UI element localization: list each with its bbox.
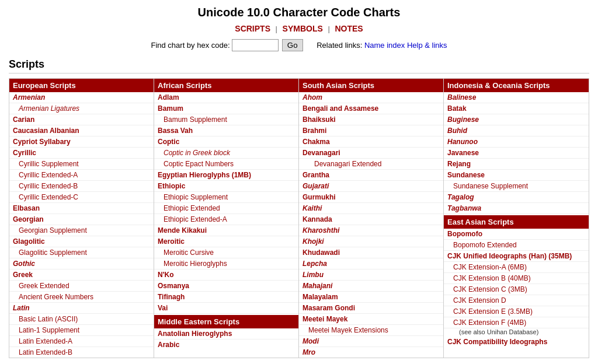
list-item[interactable]: Bassa Vah [154, 125, 298, 136]
list-item[interactable]: CJK Compatibility Ideographs [444, 337, 589, 347]
list-item[interactable]: Tagbanwa [444, 203, 589, 214]
list-item[interactable]: Malayalam [299, 292, 443, 303]
list-item[interactable]: Adlam [154, 92, 298, 103]
list-item[interactable]: CJK Extension E (3.5MB) [444, 306, 589, 317]
list-item[interactable]: Armenian Ligatures [9, 103, 154, 114]
list-item[interactable]: Devanagari Extended [299, 159, 443, 170]
list-item[interactable]: Armenian [9, 92, 154, 103]
list-item[interactable]: Tagalog [444, 192, 589, 203]
list-item[interactable]: Latin Extended-B [9, 347, 154, 358]
list-item[interactable]: Brahmi [299, 125, 443, 136]
list-item[interactable]: Sundanese Supplement [444, 181, 589, 192]
column-2: South Asian ScriptsAhomBengali and Assam… [299, 79, 444, 358]
list-item[interactable]: Georgian Supplement [9, 225, 154, 236]
list-item[interactable]: Buhid [444, 125, 589, 136]
list-item[interactable]: Bopomofo [444, 229, 589, 240]
list-item[interactable]: CJK Extension-A (6MB) [444, 262, 589, 273]
list-item[interactable]: Glagolitic Supplement [9, 247, 154, 258]
list-item[interactable]: Bengali and Assamese [299, 103, 443, 114]
list-item[interactable]: Latin Extended-A [9, 336, 154, 347]
list-item[interactable]: Coptic in Greek block [154, 148, 298, 159]
list-item[interactable]: Cypriot Syllabary [9, 136, 154, 148]
list-item[interactable]: Carian [9, 114, 154, 125]
nav-scripts[interactable]: SCRIPTS [235, 24, 270, 33]
list-item[interactable]: CJK Unified Ideographs (Han) (35MB) [444, 251, 589, 262]
list-item[interactable]: Balinese [444, 92, 589, 103]
list-item[interactable]: Lepcha [299, 258, 443, 270]
list-item[interactable]: Egyptian Hieroglyphs (1MB) [154, 170, 298, 181]
name-index-link[interactable]: Name index [364, 41, 405, 50]
list-item[interactable]: Khudawadi [299, 247, 443, 258]
list-item[interactable]: Hanunoo [444, 136, 589, 148]
list-item[interactable]: Cyrillic [9, 148, 154, 159]
list-item[interactable]: Rejang [444, 159, 589, 170]
list-item[interactable]: Cyrillic Extended-C [9, 192, 154, 203]
list-item[interactable]: Ethiopic Supplement [154, 192, 298, 203]
list-item[interactable]: Cyrillic Supplement [9, 159, 154, 170]
list-item[interactable]: Masaram Gondi [299, 303, 443, 314]
list-item[interactable]: CJK Extension F (4MB) [444, 317, 589, 328]
list-item[interactable]: Bopomofo Extended [444, 240, 589, 251]
list-item[interactable]: Ahom [299, 92, 443, 103]
list-item[interactable]: Ethiopic Extended-A [154, 214, 298, 225]
list-item[interactable]: Arabic [154, 340, 298, 350]
list-item[interactable]: Glagolitic [9, 236, 154, 247]
list-item[interactable]: Coptic [154, 136, 298, 148]
list-item[interactable]: Grantha [299, 170, 443, 181]
list-item[interactable]: Khojki [299, 236, 443, 247]
list-item[interactable]: Bamum Supplement [154, 114, 298, 125]
list-item[interactable]: Latin [9, 303, 154, 314]
list-item[interactable]: Mro [299, 347, 443, 358]
list-item[interactable]: CJK Extension C (3MB) [444, 284, 589, 295]
list-item[interactable]: Greek Extended [9, 281, 154, 292]
list-item[interactable]: Vai [154, 303, 298, 314]
list-item[interactable]: Meroitic Cursive [154, 247, 298, 258]
list-item[interactable]: Anatolian Hieroglyphs [154, 328, 298, 340]
list-item[interactable]: Bhaiksuki [299, 114, 443, 125]
list-item[interactable]: Latin-1 Supplement [9, 325, 154, 336]
list-item[interactable]: Ancient Greek Numbers [9, 292, 154, 303]
list-item[interactable]: Mahajani [299, 281, 443, 292]
col-header-1: African Scripts [154, 79, 298, 92]
help-links-link[interactable]: Help & links [407, 41, 447, 50]
list-item[interactable]: Gujarati [299, 181, 443, 192]
list-item[interactable]: Kannada [299, 214, 443, 225]
list-item[interactable]: Osmanya [154, 281, 298, 292]
list-item[interactable]: Javanese [444, 148, 589, 159]
list-item[interactable]: Kharoshthi [299, 225, 443, 236]
list-item[interactable]: Ethiopic Extended [154, 203, 298, 214]
list-item[interactable]: Sundanese [444, 170, 589, 181]
list-item[interactable]: Coptic Epact Numbers [154, 159, 298, 170]
list-item[interactable]: Meetei Mayek [299, 314, 443, 325]
list-item[interactable]: Kaithi [299, 203, 443, 214]
list-item[interactable]: Gurmukhi [299, 192, 443, 203]
list-item[interactable]: Cyrillic Extended-B [9, 181, 154, 192]
list-item[interactable]: Buginese [444, 114, 589, 125]
list-item[interactable]: N'Ko [154, 270, 298, 281]
list-item[interactable]: Meetei Mayek Extensions [299, 325, 443, 336]
search-button[interactable]: Go [282, 39, 303, 51]
list-item[interactable]: Devanagari [299, 148, 443, 159]
list-item[interactable]: Meroitic [154, 236, 298, 247]
nav-symbols[interactable]: SYMBOLS [283, 24, 323, 33]
list-item[interactable]: CJK Extension B (40MB) [444, 273, 589, 284]
list-item[interactable]: Chakma [299, 136, 443, 148]
list-item[interactable]: Greek [9, 270, 154, 281]
list-item[interactable]: Gothic [9, 258, 154, 270]
list-item[interactable]: Cyrillic Extended-A [9, 170, 154, 181]
list-item[interactable]: Tifinagh [154, 292, 298, 303]
list-item[interactable]: Limbu [299, 270, 443, 281]
list-item[interactable]: CJK Extension D [444, 295, 589, 306]
list-item[interactable]: Georgian [9, 214, 154, 225]
list-item[interactable]: Basic Latin (ASCII) [9, 314, 154, 325]
list-item[interactable]: Ethiopic [154, 181, 298, 192]
list-item[interactable]: Elbasan [9, 203, 154, 214]
search-input[interactable] [232, 39, 279, 51]
list-item[interactable]: Caucasian Albanian [9, 125, 154, 136]
list-item[interactable]: Bamum [154, 103, 298, 114]
list-item[interactable]: Modi [299, 336, 443, 347]
list-item[interactable]: Meroitic Hieroglyphs [154, 258, 298, 270]
nav-notes[interactable]: NOTES [335, 24, 363, 33]
list-item[interactable]: Mende Kikakui [154, 225, 298, 236]
list-item[interactable]: Batak [444, 103, 589, 114]
